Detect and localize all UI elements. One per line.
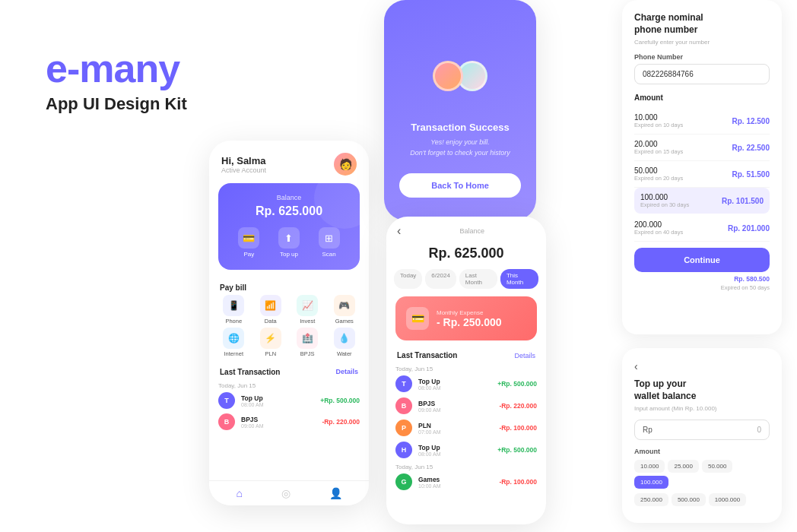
- amount-price-4: Rp. 101.500: [722, 197, 764, 205]
- tab-last-month[interactable]: Last Month: [459, 269, 497, 289]
- paybill-pln[interactable]: ⚡ PLN: [254, 328, 288, 357]
- water-icon: 💧: [334, 328, 355, 349]
- txn-time-bpjs: 09:00 AM: [241, 423, 322, 429]
- amount-val-2: 20.000 Expired on 15 days: [634, 140, 683, 155]
- p3-expense-amount: - Rp. 250.000: [437, 316, 502, 328]
- amount-val-3: 50.000 Expired on 20 days: [634, 166, 683, 182]
- p1-header: Hi, Salma Active Account 🧑: [209, 141, 369, 183]
- rc2-back-icon[interactable]: ‹: [634, 360, 770, 372]
- p3-txn-t-time: 08:00 AM: [418, 385, 497, 391]
- amount-val-4: 100.000 Expired on 30 days: [640, 193, 689, 208]
- amount-row-4-selected[interactable]: 100.000 Expired on 30 days Rp. 101.500: [634, 188, 770, 214]
- p3-txn-b-time: 09:00 AM: [418, 407, 499, 413]
- p1-actions: 💳 Pay ⬆ Top up ⊞ Scan: [229, 227, 349, 258]
- amount-val-1: 10.000 Expired on 10 days: [634, 113, 683, 128]
- p3-balance-amount: Rp. 625.000: [397, 245, 535, 261]
- p1-paybill-title: Pay bill: [220, 283, 246, 292]
- p1-txn-list: Today, Jun 15 T Top Up 08:00 AM +Rp. 500…: [209, 379, 369, 438]
- p2-success-title: Transaction Success: [411, 122, 509, 133]
- txn-name-topup: Top Up: [241, 394, 320, 402]
- rc1-total-expire: Expired on 50 days: [634, 284, 770, 291]
- p3-txn-t-amount: +Rp. 500.000: [497, 380, 537, 388]
- txn-amount-bpjs: -Rp. 220.000: [322, 418, 360, 426]
- p3-txn-t-info: Top Up 08:00 AM: [418, 378, 497, 391]
- pay-label: Pay: [238, 251, 259, 258]
- scan-icon: ⊞: [319, 227, 340, 249]
- paybill-invest[interactable]: 📈 Invest: [291, 295, 325, 325]
- table-row: H Top Up 08:00 AM +Rp. 500.000: [395, 442, 537, 458]
- nav-profile-icon[interactable]: 👤: [329, 487, 342, 499]
- brand-name: e-many: [46, 46, 187, 91]
- phone2-card: Transaction Success Yes! enjoy your bill…: [384, 0, 536, 220]
- p3-txn-b-info: BPJS 09:00 AM: [418, 400, 499, 413]
- p1-balance-amount: Rp. 625.000: [229, 204, 349, 218]
- chip-10000[interactable]: 10.000: [634, 460, 665, 473]
- invest-icon: 📈: [297, 295, 318, 316]
- rc2-amount-label: Amount: [634, 448, 770, 455]
- amount-row-5[interactable]: 200.000 Expired on 40 days Rp. 201.000: [634, 215, 770, 242]
- p3-txn-details[interactable]: Details: [514, 352, 535, 359]
- right-card-charge: Charge nominalphone number Carefully ent…: [622, 0, 782, 334]
- chip-25000[interactable]: 25.000: [668, 460, 698, 473]
- chip-50000[interactable]: 50.000: [702, 460, 732, 473]
- p1-action-topup[interactable]: ⬆ Top up: [278, 227, 300, 258]
- p1-balance-card: Balance Rp. 625.000 💳 Pay ⬆ Top up ⊞ Sca…: [218, 183, 360, 270]
- tab-month[interactable]: 6/2024: [425, 269, 456, 289]
- p2-avatars: [433, 61, 487, 91]
- p3-expense-info: Monthly Expense - Rp. 250.000: [437, 309, 502, 328]
- nav-home-icon[interactable]: ⌂: [236, 487, 242, 499]
- chip-1000000[interactable]: 1000.000: [709, 493, 746, 506]
- internet-icon: 🌐: [223, 328, 244, 349]
- p3-txn-header: Last Transaction Details: [386, 348, 546, 363]
- amount-price-1: Rp. 12.500: [732, 117, 770, 125]
- chip-500000[interactable]: 500.000: [672, 493, 706, 506]
- nav-search-icon[interactable]: ◎: [281, 487, 291, 499]
- txn-name-bpjs: BPJS: [241, 416, 322, 423]
- rc1-phone-input[interactable]: 082226884766: [634, 64, 770, 84]
- chip-250000[interactable]: 250.000: [634, 493, 668, 506]
- p3-txn-t-icon: T: [395, 375, 412, 392]
- paybill-phone[interactable]: 📱 Phone: [217, 295, 251, 325]
- p2-avatar1: [433, 61, 463, 91]
- continue-button[interactable]: Continue: [634, 248, 770, 272]
- p3-tabs: Today 6/2024 Last Month This Month: [386, 269, 546, 289]
- water-label: Water: [328, 350, 362, 357]
- p1-txn-details[interactable]: Details: [335, 368, 358, 376]
- paybill-games[interactable]: 🎮 Games: [328, 295, 362, 325]
- expense-icon: 💳: [406, 307, 429, 330]
- p3-back-icon[interactable]: ‹: [397, 224, 401, 238]
- p3-txn-p-amount: -Rp. 100.000: [499, 424, 537, 432]
- p3-txn-g-amount: -Rp. 100.000: [499, 478, 537, 486]
- amount-row-1[interactable]: 10.000 Expired on 10 days Rp. 12.500: [634, 108, 770, 135]
- p3-txn-p-name: PLN: [418, 422, 499, 429]
- chip-100000[interactable]: 100.000: [634, 476, 668, 489]
- back-to-home-button[interactable]: Back To Home: [399, 173, 521, 198]
- pln-label: PLN: [254, 350, 288, 357]
- p3-txn-t-name: Top Up: [418, 378, 497, 385]
- amount-row-3[interactable]: 50.000 Expired on 20 days Rp. 51.500: [634, 161, 770, 188]
- rc2-title: Top up yourwallet balance: [634, 378, 770, 402]
- p2-success-bg: Transaction Success Yes! enjoy your bill…: [384, 0, 536, 220]
- paybill-bpjs[interactable]: 🏥 BPJS: [291, 328, 325, 357]
- p2-success-line1: Yes! enjoy your bill.: [430, 138, 490, 146]
- brand-subtitle: App UI Design Kit: [46, 94, 187, 114]
- amount-price-2: Rp. 22.500: [732, 144, 770, 152]
- p3-txn-p-time: 07:00 AM: [418, 429, 499, 435]
- data-bill-icon: 📶: [260, 295, 281, 316]
- amount-row-2[interactable]: 20.000 Expired on 15 days Rp. 22.500: [634, 135, 770, 161]
- tab-this-month[interactable]: This Month: [500, 269, 538, 289]
- txn-time-topup: 08:00 AM: [241, 402, 320, 407]
- rc1-title: Charge nominalphone number: [634, 12, 770, 36]
- paybill-water[interactable]: 💧 Water: [328, 328, 362, 357]
- p1-action-scan[interactable]: ⊞ Scan: [319, 227, 340, 258]
- paybill-data[interactable]: 📶 Data: [254, 295, 288, 325]
- p1-bottom-nav: ⌂ ◎ 👤: [209, 480, 369, 505]
- p3-txn-g-name: Games: [418, 476, 499, 483]
- tab-today[interactable]: Today: [394, 269, 422, 289]
- amount-price-3: Rp. 51.500: [732, 170, 770, 179]
- table-row: G Games 10:00 AM -Rp. 100.000: [395, 473, 537, 490]
- paybill-internet[interactable]: 🌐 Internet: [217, 328, 251, 357]
- p3-txn-h-info: Top Up 08:00 AM: [418, 444, 497, 457]
- table-row: B BPJS 09:00 AM -Rp. 220.000: [218, 413, 360, 430]
- p1-action-pay[interactable]: 💳 Pay: [238, 227, 259, 258]
